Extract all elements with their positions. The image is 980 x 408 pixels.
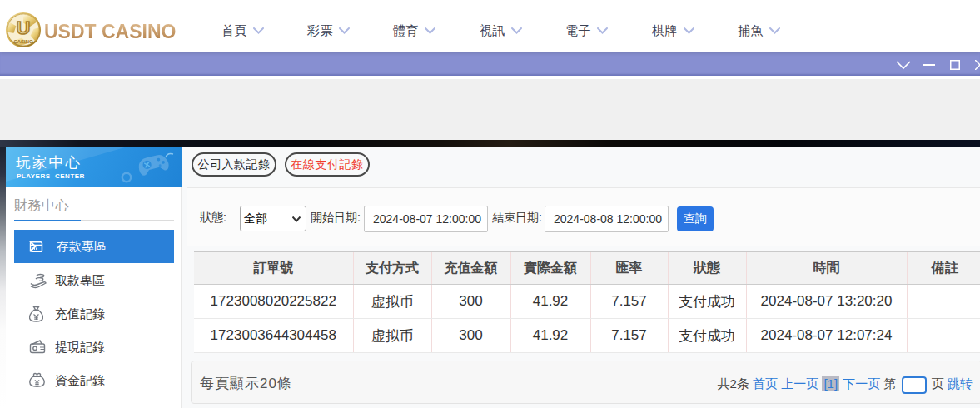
- svg-text:U: U: [17, 17, 31, 38]
- svg-text:CASINO: CASINO: [13, 39, 32, 44]
